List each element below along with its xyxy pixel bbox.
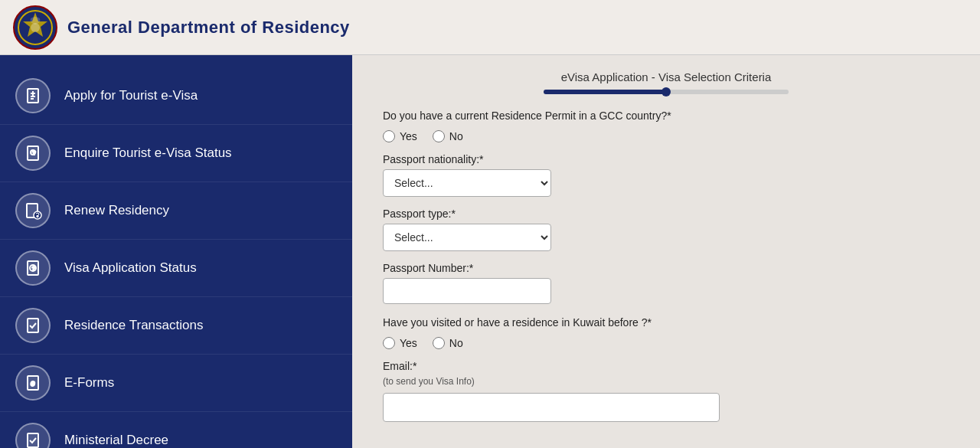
sidebar: Apply for Tourist e-Visa ? Enquire Touri… bbox=[0, 55, 352, 448]
progress-bar-track bbox=[544, 90, 789, 94]
sidebar-label-visa-status: Visa Application Status bbox=[64, 260, 197, 276]
email-label: Email:* bbox=[383, 360, 766, 372]
nationality-label: Passport nationality:* bbox=[383, 153, 766, 165]
gcc-question: Do you have a current Residence Permit i… bbox=[383, 108, 766, 124]
header-title: General Department of Residency bbox=[67, 18, 350, 38]
gcc-no-label[interactable]: No bbox=[433, 130, 463, 142]
svg-text:?: ? bbox=[32, 149, 36, 156]
nationality-select[interactable]: Select... Kuwaiti American British India… bbox=[383, 169, 551, 197]
kuwait-no-radio[interactable] bbox=[433, 337, 445, 349]
kuwait-no-label[interactable]: No bbox=[433, 337, 463, 349]
svg-rect-18 bbox=[28, 319, 38, 332]
kuwait-no-text: No bbox=[449, 337, 463, 349]
kuwait-question: Have you visited or have a residence in … bbox=[383, 315, 766, 331]
progress-title: eVisa Application - Visa Selection Crite… bbox=[383, 70, 949, 83]
gcc-yes-text: Yes bbox=[400, 130, 417, 142]
sidebar-item-apply-tourist[interactable]: Apply for Tourist e-Visa bbox=[0, 67, 352, 125]
svg-rect-21 bbox=[28, 433, 38, 447]
progress-dot bbox=[662, 87, 671, 96]
gcc-no-text: No bbox=[449, 130, 463, 142]
gcc-no-radio[interactable] bbox=[433, 130, 445, 142]
form-section: Do you have a current Residence Permit i… bbox=[383, 108, 766, 422]
header: General Department of Residency bbox=[0, 0, 980, 55]
sidebar-item-renew-residency[interactable]: Renew Residency bbox=[0, 182, 352, 240]
sidebar-label-ministerial-decree: Ministerial Decree bbox=[64, 433, 168, 448]
gcc-radio-group: Yes No bbox=[383, 130, 766, 142]
svg-point-14 bbox=[37, 216, 38, 217]
gcc-yes-radio[interactable] bbox=[383, 130, 395, 142]
sidebar-label-apply-tourist: Apply for Tourist e-Visa bbox=[64, 88, 198, 103]
kuwait-yes-text: Yes bbox=[400, 337, 417, 349]
sidebar-label-residence-transactions: Residence Transactions bbox=[64, 318, 203, 333]
apply-tourist-icon bbox=[15, 78, 51, 113]
passport-type-select[interactable]: Select... Regular Diplomatic Official Em… bbox=[383, 224, 551, 251]
passport-type-label: Passport type:* bbox=[383, 208, 766, 220]
sidebar-item-visa-status[interactable]: ? Visa Application Status bbox=[0, 240, 352, 297]
sidebar-label-renew-residency: Renew Residency bbox=[64, 203, 169, 218]
sidebar-item-residence-transactions[interactable]: Residence Transactions bbox=[0, 297, 352, 355]
svg-text:?: ? bbox=[32, 265, 36, 272]
gcc-yes-label[interactable]: Yes bbox=[383, 130, 417, 142]
passport-number-label: Passport Number:* bbox=[383, 262, 766, 274]
residence-transactions-icon bbox=[15, 308, 51, 343]
kuwait-yes-label[interactable]: Yes bbox=[383, 337, 417, 349]
sidebar-label-enquire-tourist: Enquire Tourist e-Visa Status bbox=[64, 146, 232, 161]
visa-status-icon: ? bbox=[15, 250, 51, 286]
progress-section: eVisa Application - Visa Selection Crite… bbox=[383, 70, 949, 94]
logo-icon bbox=[12, 5, 58, 51]
kuwait-yes-radio[interactable] bbox=[383, 337, 395, 349]
progress-bar-fill bbox=[544, 90, 666, 94]
passport-number-input[interactable] bbox=[383, 278, 551, 304]
e-forms-icon: e bbox=[15, 365, 51, 401]
svg-text:e: e bbox=[31, 379, 35, 388]
sidebar-item-enquire-tourist[interactable]: ? Enquire Tourist e-Visa Status bbox=[0, 125, 352, 182]
renew-residency-icon bbox=[15, 193, 51, 228]
email-hint: (to send you Visa Info) bbox=[383, 376, 766, 387]
main-content: eVisa Application - Visa Selection Crite… bbox=[352, 55, 980, 448]
sidebar-item-ministerial-decree[interactable]: Ministerial Decree bbox=[0, 412, 352, 448]
ministerial-decree-icon bbox=[15, 423, 51, 448]
email-input[interactable] bbox=[383, 393, 720, 422]
kuwait-radio-group: Yes No bbox=[383, 337, 766, 349]
sidebar-label-e-forms: E-Forms bbox=[64, 375, 114, 391]
main-layout: Apply for Tourist e-Visa ? Enquire Touri… bbox=[0, 55, 980, 448]
sidebar-item-e-forms[interactable]: e E-Forms bbox=[0, 355, 352, 412]
enquire-tourist-icon: ? bbox=[15, 136, 51, 171]
